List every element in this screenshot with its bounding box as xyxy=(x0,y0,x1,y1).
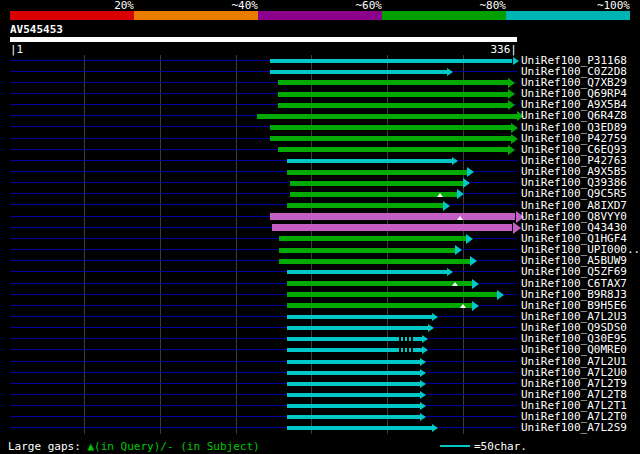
hit-bar[interactable] xyxy=(287,415,420,419)
hit-label[interactable]: UniRef100_C6TAX7 xyxy=(521,278,627,289)
gridline-150 xyxy=(236,55,237,434)
hit-bar[interactable] xyxy=(287,292,497,297)
hit-label[interactable]: UniRef100_P42759 xyxy=(521,133,627,144)
gaps-legend: Large gaps: ▲(in Query)/- (in Subject) xyxy=(8,441,260,452)
row-baseline xyxy=(10,416,517,417)
row-baseline xyxy=(10,316,517,317)
query-gap-marker-icon xyxy=(452,282,458,286)
hit-bar[interactable] xyxy=(270,213,515,220)
scale-legend-text: =50char. xyxy=(474,441,527,452)
subject-gap-dashes xyxy=(399,348,413,352)
hit-label[interactable]: UniRef100_A8IXD7 xyxy=(521,200,627,211)
scale-segment-1 xyxy=(10,11,134,20)
hit-arrow-icon xyxy=(497,290,504,300)
hit-bar[interactable] xyxy=(287,371,420,375)
hit-arrow-icon xyxy=(420,358,426,366)
hit-arrow-icon xyxy=(447,68,453,76)
hit-bar[interactable] xyxy=(278,92,508,97)
hit-label[interactable]: UniRef100_A7L2U1 xyxy=(521,356,627,367)
hit-bar[interactable] xyxy=(270,70,447,74)
hit-arrow-icon xyxy=(472,301,479,311)
hit-arrow-icon xyxy=(508,100,515,110)
scale-label-60: ~60% xyxy=(258,0,382,11)
scale-label-80: ~80% xyxy=(382,0,506,11)
hit-arrow-icon xyxy=(432,313,438,321)
query-gap-marker-icon xyxy=(460,304,466,308)
scale-segment-4 xyxy=(382,11,506,20)
hit-arrow-icon xyxy=(420,391,426,399)
hit-label[interactable]: UniRef100_Q6R4Z8 xyxy=(521,110,627,121)
hit-arrow-icon xyxy=(428,324,434,332)
scale-segment-3 xyxy=(258,11,382,20)
hit-bar[interactable] xyxy=(287,360,420,364)
hit-arrow-icon xyxy=(508,89,515,99)
gridline-100 xyxy=(160,55,161,434)
scale-segment-2 xyxy=(134,11,258,20)
hit-bar[interactable] xyxy=(278,103,508,108)
hit-bar[interactable] xyxy=(270,125,511,130)
hit-arrow-icon xyxy=(443,201,450,211)
hit-arrow-icon xyxy=(420,413,426,421)
row-baseline xyxy=(10,427,517,428)
gridline-250 xyxy=(387,55,388,434)
hit-bar[interactable] xyxy=(287,159,452,163)
hit-arrow-icon xyxy=(457,189,464,199)
hit-bar[interactable] xyxy=(279,236,465,241)
hit-bar[interactable] xyxy=(290,192,457,197)
hit-bar[interactable] xyxy=(272,224,513,231)
hit-arrow-icon xyxy=(420,402,426,410)
hit-bar[interactable] xyxy=(287,281,472,286)
hit-label[interactable]: UniRef100_P31168 xyxy=(521,55,627,66)
hit-arrow-icon xyxy=(422,346,428,354)
hit-arrow-icon xyxy=(420,369,426,377)
hit-arrow-icon xyxy=(513,222,521,234)
row-baseline xyxy=(10,327,517,328)
hit-arrow-icon xyxy=(467,167,474,177)
hit-label[interactable]: UniRef100_A7L2S9 xyxy=(521,422,627,433)
scale-label-20: 20% xyxy=(10,0,134,11)
hit-arrow-icon xyxy=(463,178,470,188)
hit-bar[interactable] xyxy=(270,59,512,63)
hit-bar[interactable] xyxy=(257,114,517,119)
hit-label[interactable]: UniRef100_Q8VYY0 xyxy=(521,211,627,222)
row-baseline xyxy=(10,349,517,350)
hit-bar[interactable] xyxy=(287,404,420,408)
hit-bar[interactable] xyxy=(278,147,508,152)
hit-arrow-icon xyxy=(466,234,473,244)
hit-bar[interactable] xyxy=(287,315,432,319)
gridline-50 xyxy=(84,55,85,434)
gaps-legend-prefix: Large gaps: xyxy=(8,440,81,453)
hit-bar[interactable] xyxy=(287,270,447,274)
query-gap-marker-icon xyxy=(437,193,443,197)
hit-arrow-icon xyxy=(420,380,426,388)
hit-bar[interactable] xyxy=(287,303,472,308)
hit-bar[interactable] xyxy=(279,248,455,253)
hit-bar[interactable] xyxy=(278,80,508,85)
row-baseline xyxy=(10,383,517,384)
hit-label[interactable]: UniRef100_Q0MRE0 xyxy=(521,344,627,355)
hit-arrow-icon xyxy=(422,335,428,343)
gaps-legend-detail: ▲(in Query)/- (in Subject) xyxy=(87,440,259,453)
hit-label[interactable]: UniRef100_Q3ED89 xyxy=(521,122,627,133)
gridline-200 xyxy=(311,55,312,434)
row-baseline xyxy=(10,338,517,339)
hit-arrow-icon xyxy=(455,245,462,255)
hit-bar[interactable] xyxy=(279,259,470,264)
hit-arrow-icon xyxy=(511,134,518,144)
hit-label[interactable]: UniRef100_Q5ZF69 xyxy=(521,266,627,277)
hit-arrow-icon xyxy=(513,57,519,65)
hit-bar[interactable] xyxy=(287,426,432,430)
blast-alignment-overview: AV545453 |1 336| 20%~40%~60%~80%~100%Uni… xyxy=(0,0,640,454)
query-gap-marker-icon xyxy=(457,216,463,220)
hit-bar[interactable] xyxy=(287,382,420,386)
hit-bar[interactable] xyxy=(287,170,467,175)
gridline-300 xyxy=(463,55,464,434)
hit-bar[interactable] xyxy=(270,136,511,141)
hit-bar[interactable] xyxy=(290,181,463,186)
hit-bar[interactable] xyxy=(287,203,443,208)
hit-arrow-icon xyxy=(511,123,518,133)
hit-bar[interactable] xyxy=(287,393,420,397)
hit-bar[interactable] xyxy=(287,326,428,330)
hit-arrow-icon xyxy=(452,157,458,165)
hit-label[interactable]: UniRef100_Q9C5R5 xyxy=(521,188,627,199)
